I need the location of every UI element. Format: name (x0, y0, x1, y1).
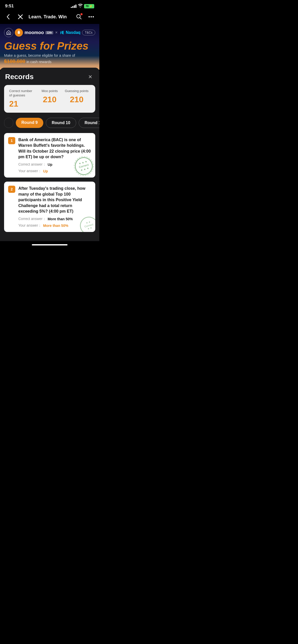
tcs-button[interactable]: T&Cs (82, 30, 95, 35)
round-tab-10[interactable]: Round 10 (46, 118, 76, 128)
your-answer-value-2: More than 50% (43, 224, 68, 228)
moomoo-mascot-icon (15, 28, 23, 37)
stat-moo-points: Moo points 210 (36, 89, 63, 104)
records-panel: Records ✕ Correct numberof guesses 21 Mo… (0, 68, 99, 241)
question-card-1: 1 Bank of America (BAC) is one of Warren… (4, 133, 95, 178)
brand-row: moomoo 12th × Nasdaq (15, 28, 80, 37)
question-text-1: Bank of America (BAC) is one of Warren B… (18, 137, 91, 160)
home-button[interactable] (4, 28, 13, 37)
status-bar: 9:51 70⚡ (0, 0, 99, 11)
search-button[interactable] (75, 13, 83, 21)
status-icons: 70⚡ (71, 4, 94, 8)
wifi-icon (78, 4, 83, 8)
moomoo-logo: moomoo 12th (15, 28, 53, 37)
svg-point-4 (89, 16, 90, 18)
correct-answer-label-2: Correct answer： (18, 217, 46, 221)
question-num-1: 1 (8, 137, 15, 144)
stat-correct-value: 21 (9, 99, 36, 109)
home-bar (0, 241, 99, 247)
hero-banner: moomoo 12th × Nasdaq T&Cs Guess for Priz… (0, 24, 99, 70)
hero-title: Guess for Prizes (4, 40, 95, 52)
question-header-1: 1 Bank of America (BAC) is one of Warren… (8, 137, 91, 160)
round-tab-9[interactable]: Round 9 (16, 118, 43, 128)
stat-moo-points-value: 210 (36, 95, 63, 104)
your-answer-label-1: Your answer： (18, 169, 42, 173)
svg-point-5 (91, 16, 92, 18)
question-header-2: 2 After Tuesday's trading close, how man… (8, 186, 91, 214)
records-header: Records ✕ (0, 68, 99, 85)
round-tabs: Round 9 Round 10 Round 11 Round 12 (0, 118, 99, 128)
home-indicator (32, 244, 67, 245)
back-button[interactable] (4, 13, 12, 21)
svg-point-8 (18, 32, 19, 32)
correct-answer-row-2: Correct answer： More than 50% (18, 217, 91, 221)
hero-top-row: moomoo 12th × Nasdaq T&Cs (4, 28, 95, 37)
signal-icon (71, 5, 76, 8)
moomoo-badge: 12th (45, 31, 53, 34)
question-num-2: 2 (8, 186, 15, 193)
stats-card: Correct numberof guesses 21 Moo points 2… (4, 85, 95, 113)
stat-guessing-label: Guessing points (63, 89, 90, 93)
nav-left: Learn. Trade. Win (4, 13, 67, 21)
cross-divider: × (55, 30, 58, 35)
question-card-2: 2 After Tuesday's trading close, how man… (4, 182, 95, 232)
stat-correct-guesses: Correct numberof guesses 21 (9, 89, 36, 109)
moomoo-brand-text: moomoo (24, 30, 44, 35)
stat-guessing-points: Guessing points 210 (63, 89, 90, 104)
stat-correct-label: Correct numberof guesses (9, 89, 36, 98)
battery-icon: 70⚡ (84, 4, 94, 8)
question-text-2: After Tuesday's trading close, how many … (18, 186, 91, 214)
close-button[interactable] (16, 13, 24, 21)
records-close-button[interactable]: ✕ (86, 73, 94, 81)
nav-right (75, 13, 95, 21)
svg-point-6 (93, 16, 94, 18)
nav-bar: Learn. Trade. Win (0, 11, 99, 24)
your-answer-value-1: Up (43, 169, 48, 173)
stat-guessing-value: 210 (63, 95, 90, 104)
stats-row: Correct numberof guesses 21 Moo points 2… (9, 89, 90, 109)
round-tab-11[interactable]: Round 11 (79, 118, 99, 128)
svg-point-9 (19, 32, 20, 32)
hero-amount: $100,000 (4, 58, 25, 64)
correct-answer-label-1: Correct answer： (18, 162, 46, 167)
hero-amount-row: $100,000 in cash rewards (4, 58, 95, 64)
your-answer-label-2: Your answer： (18, 223, 42, 228)
correct-answer-value-1: Up (48, 163, 52, 167)
nav-title: Learn. Trade. Win (29, 14, 67, 20)
svg-line-3 (80, 18, 81, 19)
more-button[interactable] (87, 13, 95, 21)
notification-dot (80, 13, 83, 15)
questions-list: 1 Bank of America (BAC) is one of Warren… (0, 133, 99, 232)
stat-moo-points-label: Moo points (36, 89, 63, 93)
nasdaq-logo: Nasdaq (60, 30, 80, 35)
round-tab-prev[interactable] (4, 118, 13, 128)
hero-subtitle: Make a guess, become eligible for a shar… (4, 53, 95, 57)
nasdaq-brand-text: Nasdaq (66, 30, 80, 35)
status-time: 9:51 (5, 4, 14, 9)
records-title: Records (5, 73, 34, 81)
correct-answer-value-2: More than 50% (48, 217, 73, 221)
hero-amount-suffix: in cash rewards (26, 60, 51, 64)
